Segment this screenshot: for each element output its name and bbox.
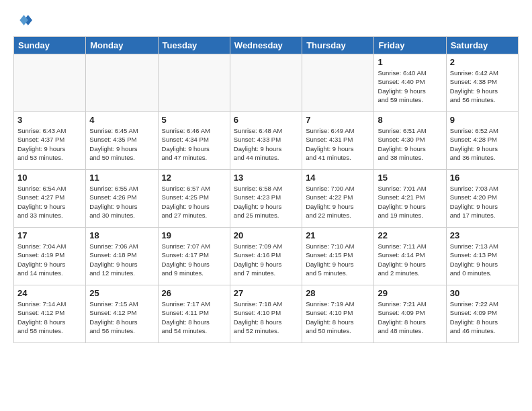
calendar-cell: 12Sunrise: 6:57 AM Sunset: 4:25 PM Dayli…	[158, 170, 230, 228]
day-number: 26	[162, 288, 226, 298]
calendar-week-1: 3Sunrise: 6:43 AM Sunset: 4:37 PM Daylig…	[14, 112, 519, 170]
calendar-week-0: 1Sunrise: 6:40 AM Sunset: 4:40 PM Daylig…	[14, 54, 519, 112]
calendar-week-3: 17Sunrise: 7:04 AM Sunset: 4:19 PM Dayli…	[14, 228, 519, 285]
calendar-cell: 25Sunrise: 7:15 AM Sunset: 4:12 PM Dayli…	[86, 285, 158, 343]
calendar-cell: 3Sunrise: 6:43 AM Sunset: 4:37 PM Daylig…	[14, 112, 86, 170]
day-number: 12	[162, 173, 226, 183]
day-info: Sunrise: 6:46 AM Sunset: 4:34 PM Dayligh…	[162, 126, 226, 162]
day-info: Sunrise: 7:18 AM Sunset: 4:10 PM Dayligh…	[234, 300, 298, 335]
day-info: Sunrise: 6:54 AM Sunset: 4:27 PM Dayligh…	[17, 184, 82, 220]
day-number: 6	[234, 115, 298, 125]
calendar-cell	[158, 54, 230, 112]
calendar-cell	[86, 54, 158, 112]
day-info: Sunrise: 7:15 AM Sunset: 4:12 PM Dayligh…	[89, 300, 154, 335]
calendar-header-sunday: Sunday	[14, 37, 86, 54]
calendar-cell: 9Sunrise: 6:52 AM Sunset: 4:28 PM Daylig…	[446, 112, 518, 170]
day-number: 4	[89, 115, 154, 125]
day-number: 8	[378, 115, 442, 125]
calendar-cell: 6Sunrise: 6:48 AM Sunset: 4:33 PM Daylig…	[230, 112, 302, 170]
calendar-cell	[14, 54, 86, 112]
calendar-cell: 19Sunrise: 7:07 AM Sunset: 4:17 PM Dayli…	[158, 228, 230, 285]
calendar-cell: 24Sunrise: 7:14 AM Sunset: 4:12 PM Dayli…	[14, 285, 86, 343]
calendar-week-2: 10Sunrise: 6:54 AM Sunset: 4:27 PM Dayli…	[14, 170, 519, 228]
day-info: Sunrise: 6:55 AM Sunset: 4:26 PM Dayligh…	[89, 184, 154, 220]
calendar-header-wednesday: Wednesday	[230, 37, 302, 54]
calendar-cell: 1Sunrise: 6:40 AM Sunset: 4:40 PM Daylig…	[374, 54, 446, 112]
calendar-cell: 30Sunrise: 7:22 AM Sunset: 4:09 PM Dayli…	[446, 285, 518, 343]
day-info: Sunrise: 6:58 AM Sunset: 4:23 PM Dayligh…	[234, 184, 298, 220]
calendar-cell: 27Sunrise: 7:18 AM Sunset: 4:10 PM Dayli…	[230, 285, 302, 343]
day-info: Sunrise: 6:52 AM Sunset: 4:28 PM Dayligh…	[450, 126, 515, 162]
calendar-cell: 22Sunrise: 7:11 AM Sunset: 4:14 PM Dayli…	[374, 228, 446, 285]
calendar-cell: 15Sunrise: 7:01 AM Sunset: 4:21 PM Dayli…	[374, 170, 446, 228]
day-number: 13	[234, 173, 298, 183]
day-info: Sunrise: 6:51 AM Sunset: 4:30 PM Dayligh…	[378, 126, 442, 162]
day-info: Sunrise: 7:17 AM Sunset: 4:11 PM Dayligh…	[162, 300, 226, 335]
day-info: Sunrise: 7:19 AM Sunset: 4:10 PM Dayligh…	[306, 300, 370, 335]
day-info: Sunrise: 7:13 AM Sunset: 4:13 PM Dayligh…	[450, 242, 515, 277]
calendar-cell: 26Sunrise: 7:17 AM Sunset: 4:11 PM Dayli…	[158, 285, 230, 343]
day-info: Sunrise: 7:03 AM Sunset: 4:20 PM Dayligh…	[450, 184, 515, 220]
calendar-week-4: 24Sunrise: 7:14 AM Sunset: 4:12 PM Dayli…	[14, 285, 519, 343]
calendar: SundayMondayTuesdayWednesdayThursdayFrid…	[13, 36, 519, 343]
day-info: Sunrise: 6:43 AM Sunset: 4:37 PM Dayligh…	[17, 126, 82, 162]
day-number: 9	[450, 115, 515, 125]
day-number: 17	[17, 230, 82, 240]
day-info: Sunrise: 7:14 AM Sunset: 4:12 PM Dayligh…	[17, 300, 82, 335]
day-number: 19	[162, 230, 226, 240]
day-number: 1	[378, 57, 442, 67]
calendar-cell: 11Sunrise: 6:55 AM Sunset: 4:26 PM Dayli…	[86, 170, 158, 228]
day-info: Sunrise: 7:09 AM Sunset: 4:16 PM Dayligh…	[234, 242, 298, 277]
day-info: Sunrise: 6:45 AM Sunset: 4:35 PM Dayligh…	[89, 126, 154, 162]
calendar-cell: 17Sunrise: 7:04 AM Sunset: 4:19 PM Dayli…	[14, 228, 86, 285]
day-info: Sunrise: 6:57 AM Sunset: 4:25 PM Dayligh…	[162, 184, 226, 220]
calendar-header-thursday: Thursday	[302, 37, 374, 54]
calendar-header-friday: Friday	[374, 37, 446, 54]
day-number: 10	[17, 173, 82, 183]
page: SundayMondayTuesdayWednesdayThursdayFrid…	[0, 0, 532, 411]
calendar-cell: 2Sunrise: 6:42 AM Sunset: 4:38 PM Daylig…	[446, 54, 518, 112]
day-number: 16	[450, 173, 515, 183]
calendar-cell: 7Sunrise: 6:49 AM Sunset: 4:31 PM Daylig…	[302, 112, 374, 170]
calendar-header-row: SundayMondayTuesdayWednesdayThursdayFrid…	[14, 37, 519, 54]
day-info: Sunrise: 6:40 AM Sunset: 4:40 PM Dayligh…	[378, 68, 442, 104]
day-number: 3	[17, 115, 82, 125]
day-number: 15	[378, 173, 442, 183]
day-info: Sunrise: 7:11 AM Sunset: 4:14 PM Dayligh…	[378, 242, 442, 277]
calendar-cell: 18Sunrise: 7:06 AM Sunset: 4:18 PM Dayli…	[86, 228, 158, 285]
day-number: 30	[450, 288, 515, 298]
day-info: Sunrise: 6:49 AM Sunset: 4:31 PM Dayligh…	[306, 126, 370, 162]
calendar-cell: 28Sunrise: 7:19 AM Sunset: 4:10 PM Dayli…	[302, 285, 374, 343]
day-info: Sunrise: 7:01 AM Sunset: 4:21 PM Dayligh…	[378, 184, 442, 220]
day-number: 2	[450, 57, 515, 67]
calendar-cell: 29Sunrise: 7:21 AM Sunset: 4:09 PM Dayli…	[374, 285, 446, 343]
calendar-header-saturday: Saturday	[446, 37, 518, 54]
day-number: 24	[17, 288, 82, 298]
header	[13, 11, 519, 30]
calendar-cell: 10Sunrise: 6:54 AM Sunset: 4:27 PM Dayli…	[14, 170, 86, 228]
calendar-cell: 8Sunrise: 6:51 AM Sunset: 4:30 PM Daylig…	[374, 112, 446, 170]
calendar-cell: 21Sunrise: 7:10 AM Sunset: 4:15 PM Dayli…	[302, 228, 374, 285]
day-number: 14	[306, 173, 370, 183]
day-info: Sunrise: 7:06 AM Sunset: 4:18 PM Dayligh…	[89, 242, 154, 277]
svg-marker-1	[19, 15, 28, 26]
calendar-cell: 14Sunrise: 7:00 AM Sunset: 4:22 PM Dayli…	[302, 170, 374, 228]
day-number: 7	[306, 115, 370, 125]
day-info: Sunrise: 6:42 AM Sunset: 4:38 PM Dayligh…	[450, 68, 515, 104]
calendar-header-tuesday: Tuesday	[158, 37, 230, 54]
calendar-cell: 23Sunrise: 7:13 AM Sunset: 4:13 PM Dayli…	[446, 228, 518, 285]
calendar-cell: 16Sunrise: 7:03 AM Sunset: 4:20 PM Dayli…	[446, 170, 518, 228]
logo	[13, 11, 35, 30]
day-info: Sunrise: 7:04 AM Sunset: 4:19 PM Dayligh…	[17, 242, 82, 277]
calendar-cell: 4Sunrise: 6:45 AM Sunset: 4:35 PM Daylig…	[86, 112, 158, 170]
calendar-cell	[302, 54, 374, 112]
day-number: 21	[306, 230, 370, 240]
day-number: 25	[89, 288, 154, 298]
calendar-cell: 5Sunrise: 6:46 AM Sunset: 4:34 PM Daylig…	[158, 112, 230, 170]
day-info: Sunrise: 7:21 AM Sunset: 4:09 PM Dayligh…	[378, 300, 442, 335]
day-number: 20	[234, 230, 298, 240]
day-number: 28	[306, 288, 370, 298]
day-info: Sunrise: 7:22 AM Sunset: 4:09 PM Dayligh…	[450, 300, 515, 335]
day-info: Sunrise: 7:00 AM Sunset: 4:22 PM Dayligh…	[306, 184, 370, 220]
day-number: 18	[89, 230, 154, 240]
